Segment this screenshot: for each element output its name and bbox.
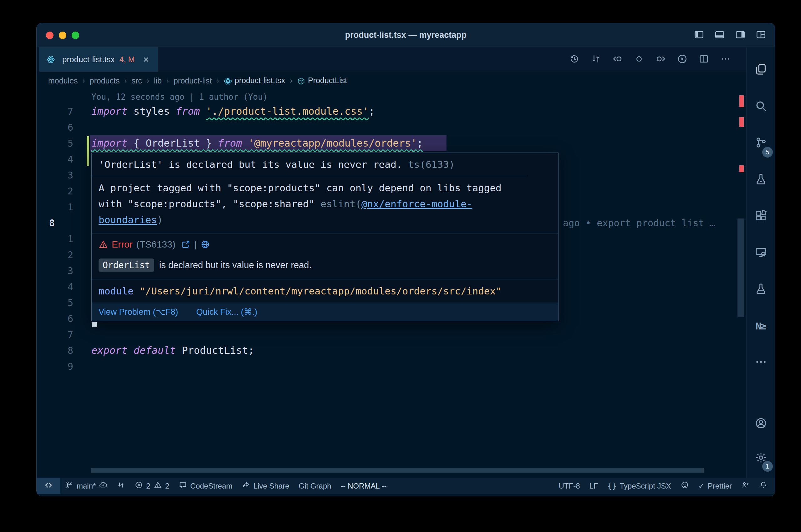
breadcrumb-item-src[interactable]: src [131, 76, 142, 86]
codestream-status-item[interactable]: CodeStream [174, 478, 237, 494]
horizontal-scrollbar[interactable] [91, 468, 704, 473]
error-circle-icon [134, 481, 143, 491]
breadcrumb: modules › products › src › lib › product… [37, 72, 747, 90]
compare-status-item[interactable] [112, 478, 130, 494]
tab-product-list[interactable]: product-list.tsx 4, M × [39, 47, 158, 72]
sidebar-item-search[interactable] [747, 88, 775, 125]
severity-code: (TS6133) [136, 239, 176, 250]
live-share-icon [242, 481, 250, 491]
breadcrumb-item-modules[interactable]: modules [48, 76, 78, 86]
line-number: 3 [49, 263, 73, 279]
manage-button[interactable]: 1 [747, 441, 775, 475]
split-editor-icon[interactable] [699, 54, 709, 65]
breadcrumb-separator: › [124, 76, 127, 85]
compare-changes-icon[interactable] [591, 54, 601, 65]
sidebar-item-debug[interactable] [747, 161, 775, 198]
line-number: 6 [49, 311, 73, 327]
braces-icon: {} [608, 482, 617, 490]
sidebar-item-explorer[interactable] [747, 52, 775, 88]
testing-icon [755, 283, 767, 296]
line-number: 4 [49, 279, 73, 295]
extensions-icon [755, 209, 767, 223]
current-line-number: 8 [49, 215, 73, 231]
code-line-import-orderlist[interactable]: import { OrderList } from '@myreactapp/m… [91, 135, 423, 151]
quick-fix-action[interactable]: Quick Fix... (⌘.) [196, 307, 257, 317]
explorer-icon [755, 63, 767, 77]
smiley-icon [680, 481, 689, 491]
overview-ruler-error-mark [739, 117, 744, 127]
line-number: 1 [49, 231, 73, 247]
sidebar-item-additional-views[interactable] [747, 344, 775, 381]
run-icon[interactable] [677, 54, 688, 65]
symbol-chip: OrderList [98, 259, 154, 272]
customize-layout-icon[interactable] [756, 30, 766, 41]
gitlens-codelens[interactable]: You, 12 seconds ago | 1 author (You) [91, 90, 268, 103]
sidebar-item-testing[interactable] [747, 271, 775, 308]
breadcrumb-item-lib[interactable]: lib [154, 76, 162, 86]
close-tab-icon[interactable]: × [143, 54, 149, 64]
globe-icon[interactable] [201, 240, 210, 249]
titlebar: product-list.tsx — myreactapp [37, 23, 775, 47]
open-previous-change-icon[interactable] [612, 54, 623, 65]
hover-module-path: module "/Users/juri/nrwl/content/myreact… [92, 279, 558, 303]
hover-message-eslint: A project tagged with "scope:products" c… [92, 176, 527, 233]
vertical-scrollbar-thumb[interactable] [738, 218, 744, 317]
symbol-cube-icon [297, 77, 305, 86]
accounts-icon [755, 417, 767, 431]
sidebar-item-extensions[interactable] [747, 198, 775, 234]
prettier-status-item[interactable]: ✓ Prettier [694, 478, 736, 494]
feedback-person-item[interactable] [736, 478, 754, 494]
line-number: 2 [49, 247, 73, 263]
check-icon: ✓ [698, 482, 705, 490]
cloud-upload-icon [99, 481, 107, 491]
code-line-import-styles[interactable]: import styles from './product-list.modul… [91, 103, 375, 119]
sidebar-item-nx-console[interactable]: N≥ [747, 308, 775, 344]
line-number: 3 [49, 167, 73, 183]
sidebar-item-remote-explorer[interactable] [747, 234, 775, 271]
problems-status-item[interactable]: 2 2 [130, 478, 174, 494]
git-modified-gutter-indicator[interactable] [87, 136, 89, 166]
liveshare-status-item[interactable]: Live Share [237, 478, 294, 494]
open-next-change-icon[interactable] [656, 54, 666, 65]
accounts-button[interactable] [747, 407, 775, 441]
sidebar-item-source-control[interactable]: 5 [747, 125, 775, 161]
breadcrumb-separator: › [217, 76, 219, 85]
line-number: 5 [49, 295, 73, 311]
breadcrumb-item-file[interactable]: product-list.tsx [224, 76, 285, 86]
breadcrumb-item-product-list[interactable]: product-list [174, 76, 212, 86]
warning-triangle-icon [153, 481, 162, 491]
hover-actions: View Problem (⌥F8) Quick Fix... (⌘.) [92, 303, 558, 321]
remote-indicator[interactable] [37, 478, 60, 494]
activity-bar: 5 N≥ 1 [746, 47, 775, 478]
editor-actions [569, 47, 731, 72]
vim-mode-status-item[interactable]: -- NORMAL -- [336, 478, 392, 494]
hover-resize-grip [92, 322, 97, 327]
tab-problems-modified-badge: 4, M [120, 55, 135, 64]
file-history-icon[interactable] [569, 54, 580, 65]
line-number: 8 [49, 343, 73, 359]
breadcrumb-item-symbol[interactable]: ProductList [297, 76, 347, 86]
feedback-smiley-item[interactable] [676, 478, 694, 494]
breadcrumb-separator: › [166, 76, 169, 85]
hover-message-ts: 'OrderList' is declared but its value is… [92, 153, 558, 176]
breadcrumb-separator: › [290, 76, 292, 85]
external-link-icon[interactable] [181, 240, 190, 249]
eol-status-item[interactable]: LF [585, 478, 603, 494]
open-change-icon[interactable] [634, 54, 644, 65]
breadcrumb-item-products[interactable]: products [90, 76, 120, 86]
severity-label: Error [112, 239, 133, 250]
branch-status-item[interactable]: main* [60, 478, 112, 494]
debug-flask-icon [755, 173, 767, 187]
view-problem-action[interactable]: View Problem (⌥F8) [98, 307, 178, 317]
code-line-export-default[interactable]: export default ProductList; [91, 343, 254, 359]
language-status-item[interactable]: {} TypeScript JSX [603, 478, 676, 494]
toggle-primary-sidebar-icon[interactable] [694, 30, 704, 41]
diagnostic-hover-popup: 'OrderList' is declared but its value is… [91, 153, 559, 321]
notifications-item[interactable] [754, 478, 775, 494]
line-number: 4 [49, 151, 73, 167]
more-actions-icon[interactable] [720, 54, 731, 65]
toggle-secondary-sidebar-icon[interactable] [735, 30, 746, 41]
encoding-status-item[interactable]: UTF-8 [554, 478, 585, 494]
gitgraph-status-item[interactable]: Git Graph [294, 478, 336, 494]
toggle-panel-icon[interactable] [714, 30, 725, 41]
